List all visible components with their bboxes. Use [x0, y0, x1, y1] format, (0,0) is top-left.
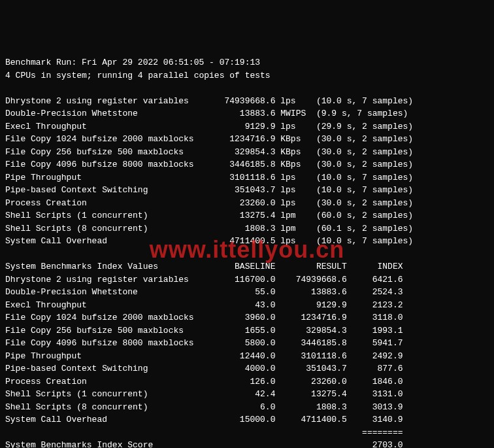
terminal-output: Benchmark Run: Fri Apr 29 2022 06:51:05 … — [5, 56, 489, 448]
index-header-line: System Benchmarks Index Values BASELINE … — [5, 262, 403, 271]
cpu-line: 4 CPUs in system; running 4 parallel cop… — [5, 71, 271, 80]
benchmark-run-line: Benchmark Run: Fri Apr 29 2022 06:51:05 … — [5, 58, 260, 67]
score-line: System Benchmarks Index Score 2703.0 — [5, 440, 403, 448]
index-results-block: Dhrystone 2 using register variables 116… — [5, 275, 403, 425]
raw-results-block: Dhrystone 2 using register variables 749… — [5, 96, 413, 247]
score-rule: ======== — [5, 428, 403, 438]
